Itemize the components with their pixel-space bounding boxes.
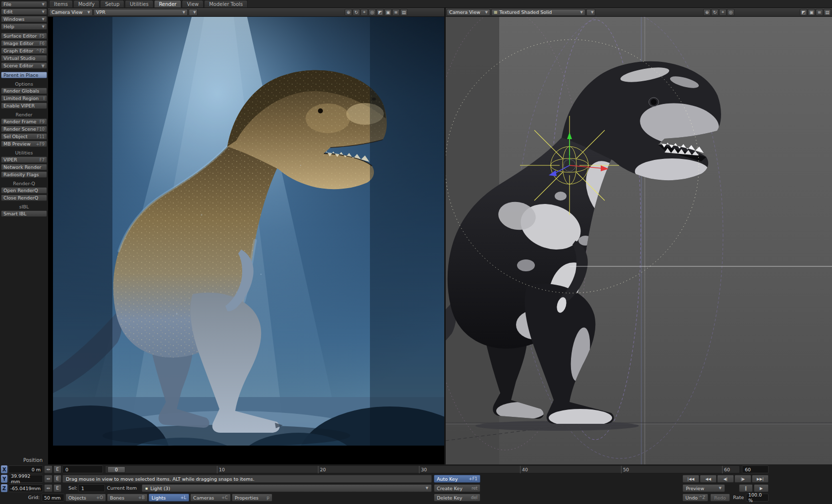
create-key-button[interactable]: Create Key ret xyxy=(434,484,480,492)
play-button[interactable]: ▶ xyxy=(754,484,769,492)
properties-toggle[interactable]: Properties p xyxy=(232,494,272,502)
vpr-render-canvas[interactable] xyxy=(48,17,444,446)
camera-icon[interactable]: ▣ xyxy=(808,9,815,16)
spin-right-icon: ▸ xyxy=(49,486,51,490)
magnify-icon[interactable]: ◎ xyxy=(727,9,734,16)
step-back-button[interactable]: ◀| xyxy=(717,475,734,483)
rate-value[interactable]: 100.0 % xyxy=(746,494,769,502)
y-value[interactable]: 39.9992 mm xyxy=(8,475,43,483)
zoom-icon[interactable]: ⌖ xyxy=(361,9,368,16)
cameras-toggle[interactable]: Cameras +C xyxy=(190,494,231,502)
go-first-button[interactable]: |◀◀ xyxy=(682,475,699,483)
viewport-options-dropdown[interactable]: ▼ xyxy=(586,9,595,16)
auto-key-button[interactable]: Auto Key +F1 xyxy=(434,475,480,483)
menu-tab-modeler-tools[interactable]: Modeler Tools xyxy=(204,0,248,7)
sidebar-item-limited-region[interactable]: Limited Region I xyxy=(1,95,47,101)
frame-ruler[interactable]: 0 10 20 30 40 50 60 xyxy=(105,465,740,473)
sidebar-menu-help[interactable]: Help ▼ xyxy=(1,23,47,30)
pause-button[interactable]: ‖ xyxy=(739,484,753,492)
sidebar-item-radiosity-flags[interactable]: Radiosity Flags xyxy=(1,171,47,178)
sidebar-item-render-globals[interactable]: Render Globals xyxy=(1,88,47,94)
undo-button[interactable]: Undo ^Z xyxy=(682,494,708,502)
spin-right-icon: ▸ xyxy=(49,467,51,471)
viewport-right-icons-a: ⊕ ↻ ⌖ ◎ xyxy=(703,9,734,16)
flip-icon[interactable]: ◩ xyxy=(800,9,807,16)
flip-icon[interactable]: ◩ xyxy=(376,9,384,16)
camera-icon[interactable]: ▣ xyxy=(384,9,392,16)
sidebar-item-enable-viper[interactable]: Enable VIPER xyxy=(1,102,47,109)
menu-icon[interactable]: ▤ xyxy=(400,9,408,16)
sidebar-item-open-renderq[interactable]: Open RenderQ xyxy=(1,187,47,194)
end-frame-field[interactable]: 60 xyxy=(742,465,769,473)
tick-30: 30 xyxy=(419,466,427,473)
step-forward-button[interactable]: |▶ xyxy=(734,475,751,483)
redo-button[interactable]: Redo xyxy=(710,494,730,502)
sidebar-item-render-frame[interactable]: Render Frame F9 xyxy=(1,118,47,125)
sidebar-item-graph-editor[interactable]: Graph Editor ^F2 xyxy=(1,48,47,54)
tick-40: 40 xyxy=(520,466,528,473)
zoom-icon[interactable]: ⌖ xyxy=(719,9,727,16)
delete-key-button[interactable]: Delete Key del xyxy=(434,494,480,502)
lights-toggle[interactable]: Lights +L xyxy=(149,494,189,502)
shading-mode-dropdown[interactable]: ▦ Textured Shaded Solid ▼ xyxy=(491,9,585,16)
opengl-canvas[interactable] xyxy=(446,17,832,464)
y-envelope-button[interactable]: E xyxy=(53,475,61,483)
x-spinner[interactable]: ◂ ▸ xyxy=(44,465,52,473)
list-icon[interactable]: ≡ xyxy=(816,9,823,16)
menu-tab-modify[interactable]: Modify xyxy=(73,0,100,7)
sidebar-item-image-editor[interactable]: Image Editor F6 xyxy=(1,40,47,47)
viewport-options-dropdown[interactable]: ▼ xyxy=(189,9,198,16)
sidebar-item-sel-object[interactable]: Sel Object F11 xyxy=(1,133,47,140)
sidebar-item-scene-editor[interactable]: Scene Editor ▼ xyxy=(1,62,47,69)
rotate-icon[interactable]: ↻ xyxy=(353,9,360,16)
current-item-dropdown[interactable]: ▪ Light (3) ▼ xyxy=(142,484,432,492)
prev-key-button[interactable]: ◀◀ xyxy=(700,475,717,483)
sidebar-menu-file[interactable]: File ▼ xyxy=(1,1,47,7)
top-menu-bar: Items Modify Setup Utilities Render View… xyxy=(48,0,832,8)
z-axis-badge[interactable]: Z xyxy=(1,484,7,492)
pan-icon[interactable]: ⊕ xyxy=(345,9,352,16)
view-type-dropdown[interactable]: Camera View ▼ xyxy=(447,9,490,16)
menu-icon[interactable]: ▤ xyxy=(824,9,831,16)
render-mode-dropdown[interactable]: VPR ▼ xyxy=(94,9,188,16)
grid-size-value[interactable]: 50 mm xyxy=(42,494,64,502)
sidebar-item-render-scene[interactable]: Render Scene F10 xyxy=(1,126,47,132)
rotate-icon[interactable]: ↻ xyxy=(711,9,719,16)
sidebar-item-mb-preview[interactable]: MB Preview +F9 xyxy=(1,141,47,147)
sidebar-item-surface-editor[interactable]: Surface Editor F5 xyxy=(1,33,47,39)
current-frame-field[interactable]: 0 xyxy=(62,465,103,473)
chevron-down-icon: ▼ xyxy=(719,486,722,490)
z-value[interactable]: -65.0419mm xyxy=(8,484,43,492)
y-spinner[interactable]: ◂ ▸ xyxy=(44,475,52,483)
x-axis-badge[interactable]: X xyxy=(1,465,7,473)
x-value[interactable]: 0 m xyxy=(8,465,43,473)
sidebar-menu-windows[interactable]: Windows ▼ xyxy=(1,16,47,22)
timeline-handle[interactable]: 0 xyxy=(107,466,125,473)
go-last-button[interactable]: ▶▶| xyxy=(752,475,769,483)
z-envelope-button[interactable]: E xyxy=(53,484,61,492)
menu-tab-view[interactable]: View xyxy=(182,0,204,7)
x-envelope-button[interactable]: E xyxy=(53,465,61,473)
y-axis-badge[interactable]: Y xyxy=(1,475,7,483)
sidebar-menu-edit[interactable]: Edit ▼ xyxy=(1,8,47,15)
sidebar-item-close-renderq[interactable]: Close RenderQ xyxy=(1,195,47,201)
preview-dropdown[interactable]: Preview ▼ xyxy=(682,484,725,492)
section-title-options: Options xyxy=(0,81,48,87)
z-spinner[interactable]: ◂ ▸ xyxy=(44,484,52,492)
sidebar-item-viper[interactable]: VIPER F7 xyxy=(1,156,47,163)
view-type-dropdown[interactable]: Camera View ▼ xyxy=(49,9,93,16)
bones-toggle[interactable]: Bones +B xyxy=(107,494,148,502)
sidebar-item-smart-ibl[interactable]: Smart IBL xyxy=(1,210,47,217)
menu-tab-setup[interactable]: Setup xyxy=(100,0,124,7)
sidebar-item-virtual-studio[interactable]: Virtual Studio xyxy=(1,55,47,61)
parent-in-place-button[interactable]: Parent in Place xyxy=(1,72,47,78)
objects-toggle[interactable]: Objects +O xyxy=(65,494,106,502)
menu-tab-render[interactable]: Render xyxy=(154,0,182,7)
menu-tab-utilities[interactable]: Utilities xyxy=(125,0,154,7)
pan-icon[interactable]: ⊕ xyxy=(703,9,711,16)
sidebar-item-network-render[interactable]: Network Render xyxy=(1,164,47,170)
menu-tab-items[interactable]: Items xyxy=(49,0,73,7)
magnify-icon[interactable]: ◎ xyxy=(368,9,376,16)
list-icon[interactable]: ≡ xyxy=(392,9,400,16)
grid-label: Grid: xyxy=(1,494,40,502)
